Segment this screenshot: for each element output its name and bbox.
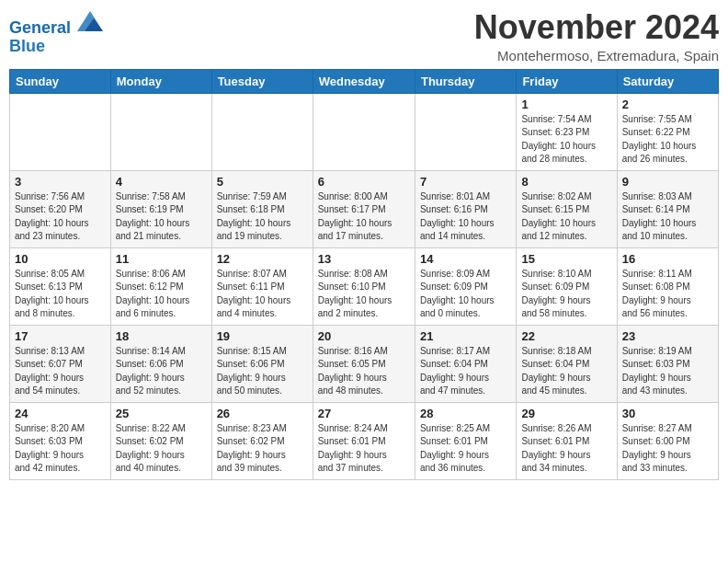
day-info: Sunrise: 7:58 AMSunset: 6:19 PMDaylight:…: [116, 190, 207, 244]
day-number: 19: [217, 329, 308, 343]
day-number: 24: [15, 407, 106, 420]
logo-line1: General: [9, 18, 71, 37]
day-info: Sunrise: 8:15 AMSunset: 6:06 PMDaylight:…: [217, 345, 308, 398]
week-row-5: 24Sunrise: 8:20 AMSunset: 6:03 PMDayligh…: [10, 402, 719, 479]
day-info: Sunrise: 8:26 AMSunset: 6:01 PMDaylight:…: [521, 422, 611, 476]
calendar-cell: 9Sunrise: 8:03 AMSunset: 6:14 PMDaylight…: [617, 170, 718, 247]
calendar-cell: 23Sunrise: 8:19 AMSunset: 6:03 PMDayligh…: [617, 325, 718, 402]
day-info: Sunrise: 8:10 AMSunset: 6:09 PMDaylight:…: [521, 268, 611, 321]
day-number: 16: [622, 252, 713, 266]
week-row-3: 10Sunrise: 8:05 AMSunset: 6:13 PMDayligh…: [10, 247, 719, 325]
day-info: Sunrise: 8:14 AMSunset: 6:06 PMDaylight:…: [116, 345, 207, 398]
day-info: Sunrise: 8:22 AMSunset: 6:02 PMDaylight:…: [116, 422, 207, 476]
day-info: Sunrise: 8:25 AMSunset: 6:01 PMDaylight:…: [420, 422, 511, 476]
calendar-cell: 27Sunrise: 8:24 AMSunset: 6:01 PMDayligh…: [313, 402, 415, 479]
day-number: 14: [420, 252, 511, 266]
day-number: 15: [521, 252, 611, 266]
calendar-cell: 24Sunrise: 8:20 AMSunset: 6:03 PMDayligh…: [10, 402, 111, 479]
weekday-header-wednesday: Wednesday: [313, 69, 415, 93]
calendar-table: SundayMondayTuesdayWednesdayThursdayFrid…: [9, 69, 719, 480]
calendar-cell: 21Sunrise: 8:17 AMSunset: 6:04 PMDayligh…: [415, 325, 516, 402]
page-header: General Blue November 2024 Montehermoso,…: [9, 9, 719, 63]
day-number: 8: [521, 175, 611, 189]
calendar-cell: 28Sunrise: 8:25 AMSunset: 6:01 PMDayligh…: [415, 402, 516, 479]
day-number: 3: [15, 175, 106, 189]
calendar-cell: 7Sunrise: 8:01 AMSunset: 6:16 PMDaylight…: [415, 170, 516, 247]
day-number: 22: [521, 329, 611, 343]
day-number: 12: [217, 252, 308, 266]
calendar-cell: 19Sunrise: 8:15 AMSunset: 6:06 PMDayligh…: [211, 325, 313, 402]
calendar-cell: [110, 93, 211, 170]
day-info: Sunrise: 8:17 AMSunset: 6:04 PMDaylight:…: [420, 345, 511, 398]
day-info: Sunrise: 8:19 AMSunset: 6:03 PMDaylight:…: [622, 345, 713, 398]
day-number: 28: [420, 407, 511, 420]
day-info: Sunrise: 8:18 AMSunset: 6:04 PMDaylight:…: [521, 345, 611, 398]
calendar-cell: 25Sunrise: 8:22 AMSunset: 6:02 PMDayligh…: [110, 402, 211, 479]
calendar-cell: 26Sunrise: 8:23 AMSunset: 6:02 PMDayligh…: [211, 402, 313, 479]
day-info: Sunrise: 8:08 AMSunset: 6:10 PMDaylight:…: [318, 268, 410, 321]
calendar-cell: 30Sunrise: 8:27 AMSunset: 6:00 PMDayligh…: [617, 402, 718, 479]
day-info: Sunrise: 7:59 AMSunset: 6:18 PMDaylight:…: [217, 190, 308, 244]
day-number: 6: [318, 175, 410, 189]
month-title: November 2024: [474, 9, 719, 46]
day-number: 23: [622, 329, 713, 343]
calendar-cell: 11Sunrise: 8:06 AMSunset: 6:12 PMDayligh…: [110, 247, 211, 325]
calendar-cell: 5Sunrise: 7:59 AMSunset: 6:18 PMDaylight…: [211, 170, 313, 247]
calendar-cell: 14Sunrise: 8:09 AMSunset: 6:09 PMDayligh…: [415, 247, 516, 325]
day-number: 13: [318, 252, 410, 266]
calendar-cell: 2Sunrise: 7:55 AMSunset: 6:22 PMDaylight…: [617, 93, 718, 170]
day-info: Sunrise: 8:27 AMSunset: 6:00 PMDaylight:…: [622, 422, 713, 476]
calendar-cell: [10, 93, 111, 170]
calendar-cell: 6Sunrise: 8:00 AMSunset: 6:17 PMDaylight…: [313, 170, 415, 247]
day-info: Sunrise: 8:09 AMSunset: 6:09 PMDaylight:…: [420, 268, 511, 321]
day-number: 27: [318, 407, 410, 420]
day-info: Sunrise: 7:56 AMSunset: 6:20 PMDaylight:…: [15, 190, 106, 244]
calendar-cell: 1Sunrise: 7:54 AMSunset: 6:23 PMDaylight…: [517, 93, 617, 170]
calendar-cell: 22Sunrise: 8:18 AMSunset: 6:04 PMDayligh…: [517, 325, 617, 402]
calendar-cell: [415, 93, 516, 170]
day-info: Sunrise: 8:02 AMSunset: 6:15 PMDaylight:…: [521, 190, 611, 244]
day-info: Sunrise: 8:23 AMSunset: 6:02 PMDaylight:…: [217, 422, 308, 476]
day-number: 9: [622, 175, 713, 189]
weekday-header-row: SundayMondayTuesdayWednesdayThursdayFrid…: [10, 69, 719, 93]
day-info: Sunrise: 8:11 AMSunset: 6:08 PMDaylight:…: [622, 268, 713, 321]
calendar-cell: 12Sunrise: 8:07 AMSunset: 6:11 PMDayligh…: [211, 247, 313, 325]
calendar-cell: 18Sunrise: 8:14 AMSunset: 6:06 PMDayligh…: [110, 325, 211, 402]
logo: General Blue: [9, 13, 103, 56]
day-number: 21: [420, 329, 511, 343]
calendar-cell: 4Sunrise: 7:58 AMSunset: 6:19 PMDaylight…: [110, 170, 211, 247]
day-number: 10: [15, 252, 106, 266]
logo-icon: [77, 11, 103, 31]
logo-line2: Blue: [9, 37, 45, 55]
week-row-1: 1Sunrise: 7:54 AMSunset: 6:23 PMDaylight…: [10, 93, 719, 170]
day-number: 2: [622, 98, 713, 111]
calendar-cell: [313, 93, 415, 170]
day-info: Sunrise: 8:24 AMSunset: 6:01 PMDaylight:…: [318, 422, 410, 476]
day-number: 29: [521, 407, 611, 420]
week-row-2: 3Sunrise: 7:56 AMSunset: 6:20 PMDaylight…: [10, 170, 719, 247]
calendar-cell: 8Sunrise: 8:02 AMSunset: 6:15 PMDaylight…: [517, 170, 617, 247]
title-block: November 2024 Montehermoso, Extremadura,…: [474, 9, 719, 63]
week-row-4: 17Sunrise: 8:13 AMSunset: 6:07 PMDayligh…: [10, 325, 719, 402]
day-number: 26: [217, 407, 308, 420]
day-number: 11: [116, 252, 207, 266]
day-info: Sunrise: 8:03 AMSunset: 6:14 PMDaylight:…: [622, 190, 713, 244]
day-info: Sunrise: 8:07 AMSunset: 6:11 PMDaylight:…: [217, 268, 308, 321]
day-info: Sunrise: 8:20 AMSunset: 6:03 PMDaylight:…: [15, 422, 106, 476]
day-number: 5: [217, 175, 308, 189]
day-number: 7: [420, 175, 511, 189]
weekday-header-monday: Monday: [110, 69, 211, 93]
weekday-header-thursday: Thursday: [415, 69, 516, 93]
day-info: Sunrise: 8:13 AMSunset: 6:07 PMDaylight:…: [15, 345, 106, 398]
calendar-cell: 16Sunrise: 8:11 AMSunset: 6:08 PMDayligh…: [617, 247, 718, 325]
calendar-cell: 20Sunrise: 8:16 AMSunset: 6:05 PMDayligh…: [313, 325, 415, 402]
weekday-header-friday: Friday: [517, 69, 617, 93]
location-subtitle: Montehermoso, Extremadura, Spain: [474, 48, 719, 63]
day-info: Sunrise: 8:01 AMSunset: 6:16 PMDaylight:…: [420, 190, 511, 244]
day-number: 1: [521, 98, 611, 111]
day-info: Sunrise: 8:16 AMSunset: 6:05 PMDaylight:…: [318, 345, 410, 398]
weekday-header-saturday: Saturday: [617, 69, 718, 93]
calendar-cell: 3Sunrise: 7:56 AMSunset: 6:20 PMDaylight…: [10, 170, 111, 247]
calendar-cell: [211, 93, 313, 170]
day-number: 20: [318, 329, 410, 343]
